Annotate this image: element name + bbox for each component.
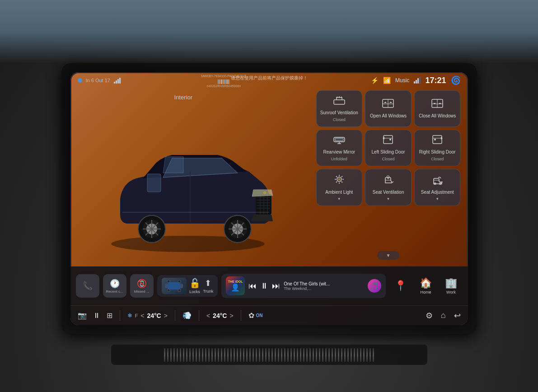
back-btn[interactable]: ↩ [454,311,461,321]
work-nav-btn[interactable]: 🏢 Work [440,277,463,294]
sunroof-btn[interactable]: Sunroof Ventilation Closed [316,90,363,127]
recent-icon: 🕐 [110,279,120,289]
prev-btn[interactable]: ⏮ [248,281,257,291]
left-door-status: Closed [382,157,394,161]
temp-left-down[interactable]: < [140,312,144,319]
missed-calls-btn[interactable]: 📵 Missed ... [130,274,154,298]
vent-slot [164,348,165,362]
seat-ventilation-icon: ❄ [382,174,394,187]
vent-slot [256,348,257,362]
album-title-text: THE IDOL [228,280,243,283]
ambient-btn[interactable]: Ambient Light ▼ [316,169,363,206]
map-nav-btn[interactable]: 📍 [389,280,412,292]
front-mode: F [135,313,138,318]
next-btn[interactable]: ⏭ [272,281,280,291]
close-windows-label: Close All Windows [419,113,456,119]
barcode [218,79,229,84]
album-art: THE IDOL 👤 [226,276,245,295]
left-door-icon [382,135,394,147]
right-door-btn[interactable]: Right Sliding Door Closed [414,130,461,166]
barcode-number: 040JS2RHSRB0450060 [207,84,241,88]
svg-rect-65 [165,284,168,288]
music-info: One Of The Girls (wit... The Weeknd,... [284,281,364,291]
pause-display-btn[interactable]: ⏸ [93,312,100,320]
vent-slot [224,348,225,362]
open-windows-icon [382,98,394,111]
open-windows-label: Open All Windows [370,113,407,119]
vent-slot [373,348,374,362]
locks-btn[interactable]: 🔓 Locks [189,278,201,294]
vent-slot [366,348,368,362]
home-sys-btn[interactable]: ⌂ [441,311,446,320]
svg-line-55 [336,182,337,182]
time-display: 17:21 [425,76,446,85]
divider-3 [199,310,199,321]
vent-slot [319,348,320,362]
svg-point-68 [178,280,181,283]
home-nav-btn[interactable]: 🏠 Home [415,277,437,294]
svg-point-57 [338,178,341,181]
defrost-icon: ❄ [127,312,132,319]
vent-slot [170,348,172,362]
grid-view-btn[interactable]: ⊞ [107,311,112,320]
settings-btn[interactable]: ⚙ [426,311,433,321]
call-btn[interactable]: 📞 [76,274,99,298]
play-btn[interactable]: ⏸ [260,281,268,291]
car-controls-section: 🔓 Locks ⬆ Trunk [157,275,218,297]
vent-slot [275,348,276,362]
seat-adjustment-btn[interactable]: Seat Adjustment ▼ [414,169,461,206]
vent-slot [202,348,203,362]
vent-slot [294,348,295,362]
phone-icon: 📞 [83,281,93,291]
close-windows-btn[interactable]: Close All Windows [414,90,461,127]
top-left-info: In 6 Out 17 [78,77,121,84]
svg-rect-64 [168,282,180,289]
temp-right-up[interactable]: > [229,312,233,319]
trunk-btn[interactable]: ⬆ Trunk [203,278,214,294]
svg-point-70 [178,289,181,292]
vent-slot [262,348,263,362]
temp-right-down[interactable]: < [206,312,210,319]
recent-calls-btn[interactable]: 🕐 Recent c... [103,274,126,298]
trunk-label: Trunk [203,289,214,294]
expand-button[interactable]: ▼ [377,251,400,260]
vent-slot [199,348,200,362]
main-screen: 请您在使用产品前将产品保护膜撕掉！ In 6 Out 17 [70,72,468,325]
car-top-view [163,279,185,293]
logo-icon: 🌀 [451,75,461,85]
vent-slot [347,348,349,362]
open-windows-btn[interactable]: Open All Windows [365,90,412,127]
bottom-bar: 📞 🕐 Recent c... 📵 Missed ... [70,266,468,325]
fan-control[interactable]: ✿ ON [248,311,263,320]
recent-label: Recent c... [106,289,123,294]
rearview-status: Unfolded [331,157,347,161]
control-grid: Sunroof Ventilation Closed Open All Wi [316,90,461,206]
rearview-icon [333,135,346,147]
left-door-label: Left Sliding Door [372,149,405,155]
vent-slot [177,348,178,362]
bottom-left-icons: 📷 ⏸ ⊞ [78,311,112,320]
vent-slot [290,348,292,362]
svg-rect-41 [335,138,343,141]
vent-slot [234,348,235,362]
vent-slot [189,348,191,362]
vent-slot [325,348,327,362]
home-icon: 🏠 [420,277,432,289]
vent-slot [237,348,238,362]
status-dot [78,78,82,83]
vent-strip [111,345,427,365]
sunroof-icon [333,95,346,108]
screen-mount: 请您在使用产品前将产品保护膜撕掉！ In 6 Out 17 [61,63,477,334]
temp-left-up[interactable]: > [164,312,168,319]
notice-bar: 请您在使用产品前将产品保护膜撕掉！ [231,75,308,81]
camera-btn[interactable]: 📷 [78,311,87,320]
album-person-icon: 👤 [231,283,240,292]
rearview-btn[interactable]: Rearview Mirror Unfolded [316,130,363,166]
right-door-status: Closed [431,157,444,161]
vent-slot [370,348,371,362]
vent-slot [192,348,194,362]
divider-1 [120,310,120,321]
vent-slot [249,348,251,362]
left-door-btn[interactable]: Left Sliding Door Closed [365,130,412,166]
seat-ventilation-btn[interactable]: ❄ Seat Ventilation ▼ [365,169,412,206]
